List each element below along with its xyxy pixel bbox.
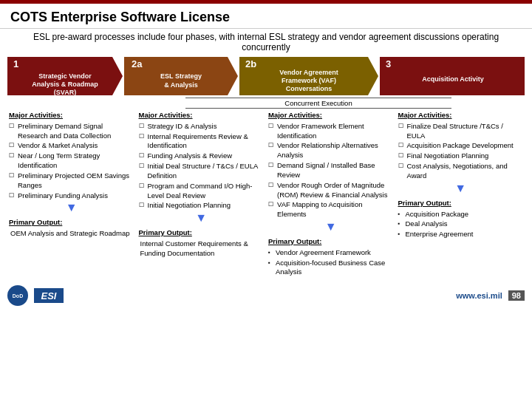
- svg-text:2b: 2b: [245, 58, 256, 69]
- svg-text:1: 1: [13, 58, 18, 69]
- col4-activities-title: Major Activities:: [398, 111, 524, 120]
- col3-down-arrow: ▼: [268, 221, 394, 233]
- col2-activities-list: Strategy ID & Analysis Internal Requirem…: [139, 122, 265, 211]
- list-item: Funding Analysis & Review: [139, 151, 265, 161]
- svg-text:(SVAR): (SVAR): [54, 89, 76, 95]
- header: COTS Enterprise Software License: [0, 4, 532, 29]
- list-item: Acquisition Package Development: [398, 141, 524, 151]
- list-item: Preliminary Projected OEM Savings Ranges: [9, 171, 134, 191]
- list-item: Deal Analysis: [398, 219, 524, 229]
- svg-text:ESL Strategy: ESL Strategy: [160, 72, 202, 80]
- activity-col-3: Major Activities: Vendor Framework Eleme…: [268, 111, 394, 278]
- col3-output-list: Vendor Agreement Framework Acquisition-f…: [268, 248, 394, 277]
- list-item: Demand Signal / Installed Base Review: [268, 161, 394, 180]
- col4-output: Primary Output: Acquisition Package Deal…: [398, 199, 524, 239]
- list-item: Vendor Agreement Framework: [268, 248, 394, 258]
- col1-activities-title: Major Activities:: [9, 111, 134, 120]
- col1-activities-list: Preliminary Demand Signal Research and D…: [9, 122, 134, 201]
- phases-svg: 1 Strategic Vendor Analysis & Roadmap (S…: [7, 57, 525, 95]
- col3-output-title: Primary Output:: [268, 237, 394, 247]
- col2-output-title: Primary Output:: [139, 228, 265, 238]
- col4-output-list: Acquisition Package Deal Analysis Enterp…: [398, 210, 524, 239]
- col2-output-text: Internal Customer Requirements & Funding…: [139, 239, 265, 259]
- list-item: Internal Requirements Review & Identific…: [139, 132, 265, 151]
- concurrent-label: Concurrent Execution: [185, 98, 451, 109]
- footer: DoD ESI www.esi.mil 98: [0, 282, 532, 306]
- col3-activities-list: Vendor Framework Element Identification …: [268, 122, 394, 219]
- col3-activities-title: Major Activities:: [268, 111, 394, 120]
- svg-text:& Analysis: & Analysis: [164, 81, 198, 89]
- list-item: Vendor Framework Element Identification: [268, 122, 394, 141]
- svg-text:Conversations: Conversations: [286, 85, 332, 92]
- col2-activities-title: Major Activities:: [139, 111, 265, 120]
- list-item: Preliminary Funding Analysis: [9, 191, 134, 201]
- col2-down-arrow: ▼: [139, 212, 265, 224]
- col1-output-text: OEM Analysis and Strategic Roadmap: [9, 229, 134, 239]
- col4-output-title: Primary Output:: [398, 199, 524, 208]
- list-item: Program and Command I/O High-Level Deal …: [139, 182, 265, 201]
- svg-text:Vendor Agreement: Vendor Agreement: [279, 69, 338, 76]
- list-item: Enterprise Agreement: [398, 230, 524, 239]
- col1-down-arrow: ▼: [9, 202, 134, 214]
- activities-row: Major Activities: Preliminary Demand Sig…: [7, 111, 525, 278]
- list-item: Acquisition Package: [398, 210, 524, 219]
- dod-logo: DoD: [7, 285, 28, 306]
- list-item: Acquisition-focused Business Case Analys…: [268, 259, 394, 278]
- activity-col-4: Major Activities: Finalize Deal Structur…: [398, 111, 524, 278]
- svg-text:Strategic Vendor: Strategic Vendor: [38, 72, 92, 80]
- col3-output: Primary Output: Vendor Agreement Framewo…: [268, 237, 394, 277]
- esi-logo: ESI: [34, 288, 64, 303]
- list-item: Near / Long Term Strategy Identification: [9, 151, 134, 171]
- activity-col-1: Major Activities: Preliminary Demand Sig…: [9, 111, 134, 278]
- list-item: Cost Analysis, Negotiations, and Award: [398, 162, 524, 181]
- list-item: Initial Negotiation Planning: [139, 201, 265, 211]
- list-item: Vendor Relationship Alternatives Analysi…: [268, 141, 394, 160]
- svg-text:Framework (VAF): Framework (VAF): [282, 77, 336, 84]
- col4-down-arrow: ▼: [398, 183, 524, 194]
- subtitle: ESL pre-award processes include four pha…: [0, 32, 532, 52]
- footer-page: 98: [508, 290, 525, 301]
- svg-text:Acquisition Activity: Acquisition Activity: [422, 75, 484, 83]
- list-item: Vendor Rough Order of Magnitude (ROM) Re…: [268, 181, 394, 200]
- footer-logos: DoD ESI: [7, 285, 64, 306]
- svg-text:2a: 2a: [132, 58, 143, 69]
- col1-output-title: Primary Output:: [9, 218, 134, 228]
- main-content: 1 Strategic Vendor Analysis & Roadmap (S…: [0, 57, 532, 282]
- col1-output: Primary Output: OEM Analysis and Strateg…: [9, 218, 134, 239]
- list-item: Finalize Deal Structure /T&Cs / EULA: [398, 122, 524, 141]
- svg-text:3: 3: [386, 58, 391, 69]
- list-item: Final Negotiation Planning: [398, 151, 524, 161]
- col4-activities-list: Finalize Deal Structure /T&Cs / EULA Acq…: [398, 122, 524, 181]
- list-item: Initial Deal Structure / T&Cs / EULA Def…: [139, 162, 265, 181]
- page-title: COTS Enterprise Software License: [10, 10, 522, 25]
- activity-col-2: Major Activities: Strategy ID & Analysis…: [139, 111, 265, 278]
- list-item: Strategy ID & Analysis: [139, 122, 265, 132]
- list-item: Preliminary Demand Signal Research and D…: [9, 122, 134, 141]
- list-item: Vendor & Market Analysis: [9, 141, 134, 151]
- svg-text:Analysis & Roadmap: Analysis & Roadmap: [32, 81, 98, 88]
- list-item: VAF Mapping to Acquisition Elements: [268, 200, 394, 219]
- footer-url: www.esi.mil: [456, 291, 502, 300]
- col2-output: Primary Output: Internal Customer Requir…: [139, 228, 265, 258]
